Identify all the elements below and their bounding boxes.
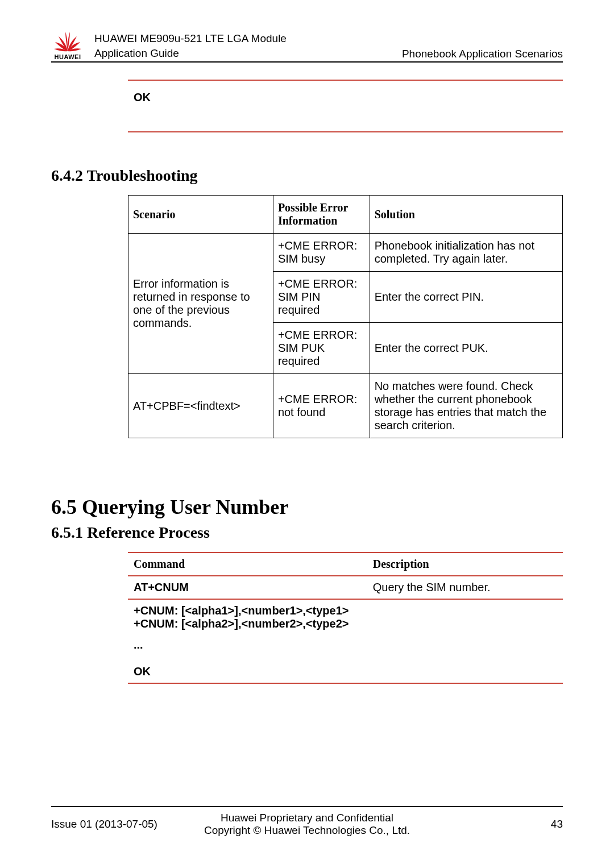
th-scenario: Scenario [128,196,273,234]
th-error: Possible Error Information [273,196,370,234]
heading-6-5: 6.5 Querying User Number [51,495,563,519]
cell-description: Query the SIM number. [367,576,563,599]
footer-copyright: Copyright © Huawei Technologies Co., Ltd… [165,824,449,837]
table-row: +CNUM: [<alpha1>],<number1>,<type1> +CNU… [128,599,563,683]
table-row: AT+CPBF=<findtext> +CME ERROR: not found… [128,374,563,438]
table-header-row: Scenario Possible Error Information Solu… [128,196,563,234]
heading-6-4-2: 6.4.2 Troubleshooting [51,167,563,185]
table-header-row: Command Description [128,553,563,576]
response-line: ... [134,638,557,651]
doc-title-line2: Application Guide [94,46,402,61]
cell-command: AT+CNUM [128,576,367,599]
cell-solution: Enter the correct PIN. [370,272,562,323]
header-section-name: Phonebook Application Scenarios [402,48,563,60]
huawei-logo: HUAWEI [51,32,84,60]
response-ok: OK [134,665,557,678]
footer-proprietary: Huawei Proprietary and Confidential [165,812,449,824]
response-line: +CNUM: [<alpha1>],<number1>,<type1> [134,604,557,617]
reference-process-table: Command Description AT+CNUM Query the SI… [128,552,563,684]
table-row: Error information is returned in respons… [128,234,563,272]
cell-solution: Enter the correct PUK. [370,323,562,374]
footer-page-number: 43 [449,818,563,830]
table-row: AT+CNUM Query the SIM number. [128,576,563,599]
cell-response: +CNUM: [<alpha1>],<number1>,<type1> +CNU… [128,599,563,683]
footer-center: Huawei Proprietary and Confidential Copy… [165,812,449,837]
footer-issue: Issue 01 (2013-07-05) [51,818,165,830]
th-description: Description [367,553,563,576]
page-footer: Issue 01 (2013-07-05) Huawei Proprietary… [51,806,563,837]
troubleshooting-table: Scenario Possible Error Information Solu… [128,195,563,438]
cell-solution: No matches were found. Check whether the… [370,374,562,438]
cell-error: +CME ERROR: not found [273,374,370,438]
page-header: HUAWEI HUAWEI ME909u-521 LTE LGA Module … [51,31,563,63]
th-solution: Solution [370,196,562,234]
divider [128,131,563,132]
cell-error: +CME ERROR: SIM busy [273,234,370,272]
heading-6-5-1: 6.5.1 Reference Process [51,524,563,542]
th-command: Command [128,553,367,576]
cell-error: +CME ERROR: SIM PUK required [273,323,370,374]
ok-block: OK [128,80,563,132]
logo-text: HUAWEI [55,53,81,60]
response-line: +CNUM: [<alpha2>],<number2>,<type2> [134,617,557,630]
cell-error: +CME ERROR: SIM PIN required [273,272,370,323]
header-titles: HUAWEI ME909u-521 LTE LGA Module Applica… [94,31,402,60]
cell-solution: Phonebook initialization has not complet… [370,234,562,272]
cell-scenario: AT+CPBF=<findtext> [128,374,273,438]
doc-title-line1: HUAWEI ME909u-521 LTE LGA Module [94,31,402,46]
cell-scenario: Error information is returned in respons… [128,234,273,374]
ok-label: OK [128,81,563,114]
